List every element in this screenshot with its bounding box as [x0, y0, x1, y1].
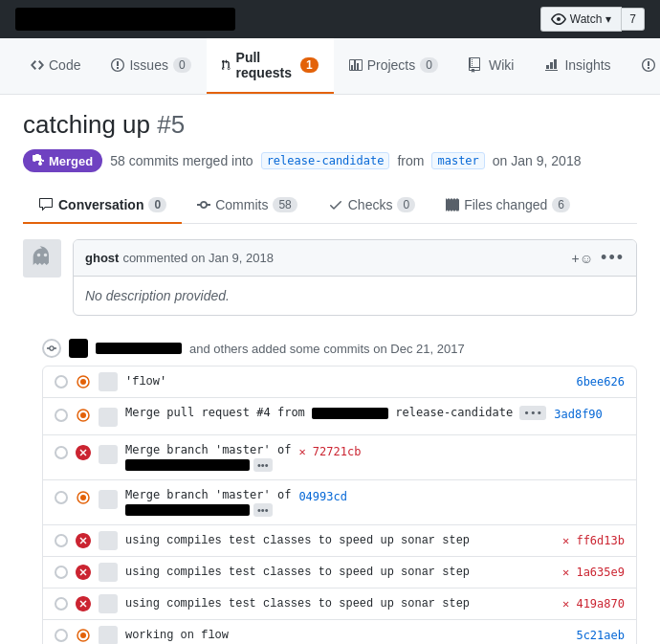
- commit-group-user-avatar: [69, 339, 88, 358]
- commit-status-dot-icon: [76, 628, 91, 643]
- nav-projects[interactable]: Projects 0: [334, 46, 453, 86]
- watch-count[interactable]: 7: [622, 8, 645, 31]
- commit-group-redacted: [96, 343, 182, 354]
- wiki-icon: [469, 57, 484, 73]
- commit-sha[interactable]: 04993cd: [298, 490, 347, 503]
- commit-status-icon: [76, 445, 91, 460]
- commit-status-icon: [76, 596, 91, 611]
- pr-icon: [222, 57, 231, 73]
- tab-files-changed[interactable]: Files changed 6: [430, 188, 585, 224]
- projects-icon: [349, 57, 363, 73]
- commit-dot-icon: [55, 446, 68, 459]
- commit-fail-icon: [76, 565, 91, 580]
- commit-dot-icon: [55, 409, 68, 422]
- table-row: Merge pull request #4 from release-candi…: [43, 398, 636, 435]
- nav-code[interactable]: Code: [15, 46, 96, 86]
- commit-status-icon: [76, 565, 91, 580]
- commit-sha[interactable]: ✕ ff6d13b: [562, 534, 625, 547]
- watch-button[interactable]: Watch ▾: [540, 7, 623, 32]
- commit-user-avatar: [99, 372, 118, 391]
- svg-point-2: [80, 379, 86, 385]
- commit-status-dot-icon: [76, 374, 91, 389]
- tab-checks[interactable]: Checks 0: [313, 188, 430, 224]
- comment-header: ghost commented on Jan 9, 2018 +☺ •••: [74, 240, 636, 277]
- target-branch[interactable]: release-candidate: [261, 152, 390, 169]
- commit-message: using compiles test classes to speed up …: [125, 597, 555, 611]
- pr-meta: Merged 58 commits merged into release-ca…: [23, 149, 637, 172]
- comment-more-options[interactable]: •••: [601, 248, 625, 268]
- tab-commits[interactable]: Commits 58: [182, 188, 313, 224]
- nav-pr-badge: 1: [300, 57, 319, 73]
- comment-box: ghost commented on Jan 9, 2018 +☺ ••• No…: [73, 239, 637, 316]
- nav-insights[interactable]: Insights: [529, 46, 626, 86]
- ellipsis-badge[interactable]: •••: [253, 458, 273, 472]
- pr-from-text: from: [397, 153, 424, 168]
- comment-header-right: +☺ •••: [572, 248, 625, 268]
- settings-icon: [642, 57, 655, 73]
- tab-conversation-label: Conversation: [58, 197, 143, 212]
- tab-files-changed-badge: 6: [552, 197, 570, 212]
- commit-dot-icon: [55, 629, 68, 642]
- pr-number: #5: [157, 110, 185, 139]
- commit-sha[interactable]: 6bee626: [576, 375, 625, 389]
- commit-group-header-text: and others added some commits on Dec 21,…: [189, 342, 465, 356]
- nav-pull-requests[interactable]: Pull requests 1: [207, 38, 334, 94]
- commit-group-commit-icon: [47, 343, 56, 354]
- comment-time: commented on Jan 9, 2018: [122, 251, 274, 265]
- nav-insights-label: Insights: [564, 57, 610, 73]
- merged-badge: Merged: [23, 149, 102, 172]
- pr-tabs: Conversation 0 Commits 58 Checks 0 Files…: [23, 188, 637, 224]
- merge-icon: [33, 153, 44, 168]
- tab-conversation[interactable]: Conversation 0: [23, 188, 182, 224]
- table-row: using compiles test classes to speed up …: [43, 557, 636, 588]
- commit-group: and others added some commits on Dec 21,…: [23, 339, 637, 644]
- insights-icon: [544, 57, 560, 73]
- commit-message: using compiles test classes to speed up …: [125, 566, 555, 579]
- commit-user-avatar: [99, 445, 118, 464]
- nav-issues[interactable]: Issues 0: [96, 46, 206, 86]
- nav-pr-label: Pull requests: [236, 50, 296, 80]
- commit-user-avatar: [99, 626, 118, 644]
- commit-fail-icon: [76, 596, 91, 611]
- files-changed-icon: [446, 197, 459, 212]
- commit-fail-icon: [76, 533, 91, 548]
- table-row: using compiles test classes to speed up …: [43, 588, 636, 620]
- watch-label: Watch: [570, 12, 603, 26]
- nav-issues-badge: 0: [173, 57, 191, 73]
- commit-user-avatar: [99, 563, 118, 582]
- nav-wiki[interactable]: Wiki: [453, 46, 529, 86]
- commit-dot-icon: [55, 491, 68, 504]
- ghost-avatar-icon: [29, 245, 55, 272]
- commit-group-icon: [42, 339, 61, 358]
- tab-conversation-badge: 0: [148, 197, 166, 212]
- pr-date: on Jan 9, 2018: [493, 153, 582, 168]
- tab-commits-badge: 58: [273, 197, 297, 212]
- commit-sha[interactable]: ✕ 1a635e9: [562, 566, 625, 579]
- pr-title: catching up #5: [23, 110, 637, 140]
- commit-sha[interactable]: 3ad8f90: [554, 408, 603, 421]
- svg-point-8: [80, 633, 86, 638]
- add-reaction-button[interactable]: +☺: [572, 251, 593, 266]
- commit-status-dot-icon: [76, 408, 91, 423]
- commit-message-line2: •••: [125, 503, 291, 517]
- top-header: Watch ▾ 7: [0, 0, 660, 38]
- svg-point-6: [80, 495, 86, 500]
- commit-sha[interactable]: ✕ 72721cb: [298, 445, 361, 458]
- commits-icon: [197, 197, 210, 212]
- tab-checks-badge: 0: [397, 197, 415, 212]
- ellipsis-badge[interactable]: •••: [253, 503, 273, 517]
- svg-point-4: [80, 412, 86, 418]
- source-branch[interactable]: master: [431, 152, 484, 169]
- commit-status-dot-icon: [76, 490, 91, 505]
- commit-dot-icon: [55, 534, 68, 547]
- code-icon: [31, 57, 44, 73]
- commit-sha[interactable]: ✕ 419a870: [562, 597, 625, 611]
- commit-sha[interactable]: 5c21aeb: [576, 629, 625, 642]
- commit-redacted: [125, 459, 250, 471]
- ellipsis-badge[interactable]: •••: [519, 406, 546, 420]
- eye-icon: [551, 11, 566, 27]
- table-row: working on flow 5c21aeb: [43, 620, 636, 644]
- nav-settings[interactable]: Settings: [627, 46, 660, 86]
- commit-fail-icon: [76, 445, 91, 460]
- nav-projects-label: Projects: [367, 57, 416, 73]
